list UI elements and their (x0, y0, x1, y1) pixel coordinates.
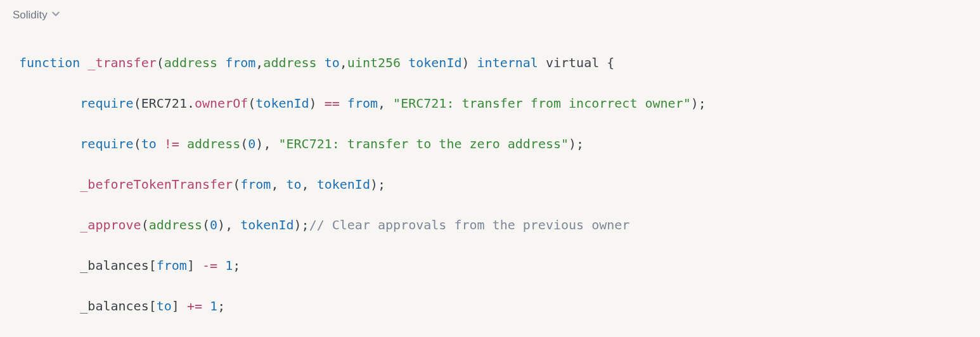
function-call-token: _beforeTokenTransfer (80, 177, 233, 192)
identifier-token: to (286, 177, 301, 192)
language-label: Solidity (13, 6, 48, 23)
punct-token: , (302, 177, 309, 192)
punct-token: ( (141, 217, 149, 232)
code-line: _beforeTokenTransfer(from, to, tokenId); (19, 174, 961, 194)
punct-token: ] (172, 298, 179, 314)
punct-token: ; (576, 136, 584, 151)
punct-token: ) (294, 217, 302, 232)
keyword-token: function (19, 55, 80, 70)
punct-token: ( (248, 96, 255, 111)
function-call-token: require (80, 136, 133, 151)
function-name-token: _transfer (87, 55, 156, 70)
comment-token: // Clear approvals from the previous own… (309, 217, 630, 232)
identifier-token: _balances (80, 258, 148, 273)
punct-token: ; (233, 258, 240, 273)
punct-token: , (255, 55, 263, 70)
punct-token: ) (217, 217, 225, 232)
punct-token: ) (461, 55, 469, 70)
function-call-token: require (80, 96, 133, 111)
identifier-token: _balances (80, 298, 148, 314)
identifier-token: from (240, 177, 271, 192)
punct-token: ( (202, 217, 210, 232)
punct-token: ; (302, 217, 309, 232)
type-token: address (187, 136, 240, 151)
identifier-token: tokenId (240, 217, 293, 232)
code-line: _balances[from] -= 1; (19, 255, 961, 276)
punct-token: ( (134, 96, 141, 111)
punct-token: , (225, 217, 233, 232)
punct-token: ) (691, 96, 699, 111)
punct-token: . (187, 96, 195, 111)
number-token: 0 (210, 217, 217, 232)
identifier-token: from (225, 55, 255, 70)
code-line: require(ERC721.ownerOf(tokenId) == from,… (19, 93, 961, 113)
punct-token: ; (699, 96, 706, 111)
type-token: address (149, 217, 202, 232)
punct-token: ( (240, 136, 248, 151)
function-call-token: _approve (80, 217, 141, 232)
type-token: ERC721 (141, 96, 187, 111)
identifier-token: to (325, 55, 340, 70)
punct-token: ; (217, 298, 225, 314)
keyword-token: virtual (546, 55, 599, 70)
punct-token: [ (149, 258, 157, 273)
code-block: function _transfer(address from,address … (0, 26, 980, 337)
string-token: "ERC721: transfer from incorrect owner" (393, 96, 691, 111)
identifier-token: tokenId (317, 177, 370, 192)
punct-token: , (340, 55, 347, 70)
number-token: 1 (210, 298, 217, 314)
operator-token: += (187, 298, 202, 314)
operator-token: -= (202, 258, 217, 273)
punct-token: ( (157, 55, 164, 70)
number-token: 0 (248, 136, 255, 151)
punct-token: ] (187, 258, 195, 273)
identifier-token: tokenId (408, 55, 461, 70)
type-token: address (164, 55, 217, 70)
keyword-token: internal (477, 55, 538, 70)
punct-token: ) (569, 136, 576, 151)
identifier-token: to (157, 298, 172, 314)
code-line: _balances[to] += 1; (19, 296, 961, 316)
language-selector[interactable]: Solidity (0, 0, 73, 26)
type-token: uint256 (347, 55, 401, 70)
punct-token: , (263, 136, 271, 151)
identifier-token: tokenId (255, 96, 309, 111)
punct-token: ( (134, 136, 141, 151)
punct-token: { (607, 55, 614, 70)
punct-token: [ (149, 298, 157, 314)
function-call-token: ownerOf (195, 96, 248, 111)
punct-token: ( (233, 177, 240, 192)
operator-token: != (164, 136, 179, 151)
code-line: function _transfer(address from,address … (19, 53, 961, 73)
punct-token: ) (309, 96, 317, 111)
code-line: require(to != address(0), "ERC721: trans… (19, 134, 961, 154)
identifier-token: to (141, 136, 157, 151)
punct-token: , (271, 177, 278, 192)
string-token: "ERC721: transfer to the zero address" (278, 136, 569, 151)
type-token: address (263, 55, 316, 70)
number-token: 1 (225, 258, 233, 273)
punct-token: ) (255, 136, 263, 151)
punct-token: , (378, 96, 385, 111)
punct-token: ; (378, 177, 385, 192)
identifier-token: from (347, 96, 378, 111)
code-line: _approve(address(0), tokenId);// Clear a… (19, 215, 961, 235)
operator-token: == (325, 96, 340, 111)
identifier-token: from (157, 258, 187, 273)
punct-token: ) (370, 177, 378, 192)
chevron-down-icon (51, 6, 60, 23)
